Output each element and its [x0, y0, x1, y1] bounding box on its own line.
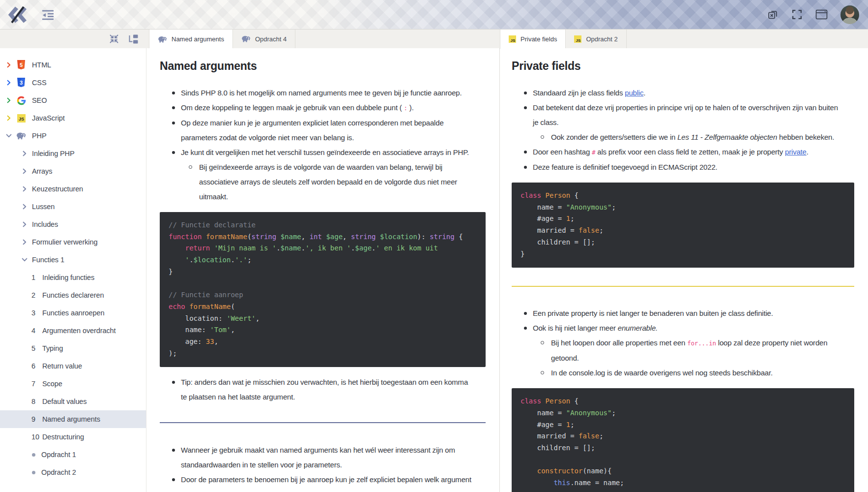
outdent-panel-icon[interactable]	[41, 9, 55, 20]
tab-opdracht-2[interactable]: JSOpdracht 2	[566, 30, 626, 48]
item-number: 3	[31, 309, 39, 317]
list-item: Standaard zijn je class fields public.	[512, 86, 868, 100]
php-icon	[241, 35, 251, 42]
right-content-pane: Private fields Standaard zijn je class f…	[500, 48, 868, 492]
emphasized-text: enumerable.	[618, 324, 658, 332]
divider-yellow	[512, 286, 854, 287]
bullet-icon	[172, 122, 175, 124]
sidebar-item-typing[interactable]: 5Typing	[0, 339, 146, 357]
bullet-icon	[172, 478, 175, 481]
right-pane-tabs: JSPrivate fieldsJSOpdracht 2	[500, 30, 627, 49]
list-item-text: Wanneer je gebruik maakt van named argum…	[181, 446, 455, 469]
sidebar-item-label: Destructuring	[42, 433, 84, 441]
sidebar-item-label: Argumenten overdracht	[42, 327, 116, 335]
left-pane-content: Sinds PHP 8.0 is het mogelijk om named a…	[160, 86, 499, 487]
bullet-list: Standaard zijn je class fields public.Da…	[512, 86, 868, 175]
sidebar-item-opdracht-2[interactable]: Opdracht 2	[0, 463, 146, 481]
sidebar-item-label: Default values	[42, 398, 87, 405]
popout-close-icon[interactable]	[767, 9, 779, 20]
sidebar-item-inleiding-functies[interactable]: 1Inleiding functies	[0, 269, 146, 286]
tab-named-arguments[interactable]: Named arguments	[149, 30, 233, 49]
php-icon	[16, 132, 26, 140]
js-icon: JS	[16, 114, 26, 123]
sidebar-item-functies-1[interactable]: Functies 1	[0, 251, 146, 269]
sidebar-item-inleiding-php[interactable]: Inleiding PHP	[0, 145, 146, 162]
text-link[interactable]: public	[625, 89, 643, 97]
tab-label: Opdracht 2	[586, 35, 617, 43]
item-number: 8	[31, 398, 39, 405]
svg-text:JS: JS	[511, 38, 516, 43]
sidebar-item-javascript[interactable]: JSJavaScript	[0, 109, 146, 127]
window-icon[interactable]	[815, 9, 828, 20]
list-item-text: Bij geïndexeerde arrays is de volgorde v…	[199, 163, 457, 201]
css-icon: 3	[16, 78, 26, 88]
inline-code: :	[404, 104, 407, 112]
sidebar-item-functies-aanroepen[interactable]: 3Functies aanroepen	[0, 304, 146, 322]
svg-text:JS: JS	[576, 38, 581, 43]
tab-private-fields[interactable]: JSPrivate fields	[500, 30, 566, 49]
chevron-right-icon	[22, 168, 28, 174]
list-item: Deze feature is definitief toegevoegd in…	[512, 160, 868, 175]
list-item-text: Door een hashtag # als prefix voor een c…	[533, 148, 809, 156]
js-icon: JS	[509, 35, 516, 43]
app-logo-icon[interactable]	[7, 6, 29, 24]
divider-dark	[160, 422, 486, 423]
list-item: Je kunt dit vergelijken met het verschil…	[160, 145, 499, 160]
sidebar-item-label: Functies aanroepen	[42, 309, 104, 317]
tab-strip: Named argumentsOpdracht 4 JSPrivate fiel…	[0, 30, 868, 49]
text-link[interactable]: private	[785, 148, 807, 156]
chevron-right-icon	[22, 239, 28, 245]
sidebar-item-named-arguments[interactable]: 9Named arguments	[0, 410, 146, 428]
list-item-text: Om deze koppeling te leggen maak je gebr…	[181, 103, 414, 112]
php-icon	[158, 36, 167, 43]
sidebar-item-formulier-verwerking[interactable]: Formulier verwerking	[0, 233, 146, 251]
chevron-down-icon	[22, 257, 28, 263]
sidebar-item-keuzestructuren[interactable]: Keuzestructuren	[0, 180, 146, 198]
bullet-list: Tip: anders dan wat je misschien zou ver…	[160, 375, 499, 404]
strip-tools	[109, 30, 138, 48]
sidebar-item-includes[interactable]: Includes	[0, 215, 146, 233]
sidebar-item-destructuring[interactable]: 10Destructuring	[0, 428, 146, 446]
list-item-text: Deze feature is definitief toegevoegd in…	[533, 163, 718, 171]
sidebar-item-opdracht-1[interactable]: Opdracht 1	[0, 446, 146, 463]
list-item: Wanneer je gebruik maakt van named argum…	[160, 443, 499, 472]
collapse-all-icon[interactable]	[109, 34, 119, 44]
item-number: 7	[31, 380, 39, 388]
inline-code: #	[592, 149, 595, 156]
sidebar-item-lussen[interactable]: Lussen	[0, 198, 146, 215]
html-icon: 5	[16, 60, 26, 70]
sidebar-item-functies-declareren[interactable]: 2Functies declareren	[0, 286, 146, 304]
item-number: 1	[31, 274, 39, 281]
bullet-icon	[524, 166, 527, 169]
js-icon: JS	[574, 35, 581, 43]
bullet-icon	[524, 312, 527, 315]
item-number: 9	[31, 415, 39, 423]
sidebar-item-label: Scope	[42, 380, 62, 388]
sidebar-item-css[interactable]: 3CSS	[0, 74, 146, 92]
fullscreen-icon[interactable]	[791, 9, 803, 20]
list-item: In de console.log is de waarde overigens…	[512, 366, 868, 380]
sidebar-item-label: Inleiding functies	[42, 274, 94, 281]
sidebar-item-seo[interactable]: SEO	[0, 92, 146, 109]
sidebar-item-argumenten-overdracht[interactable]: 4Argumenten overdracht	[0, 322, 146, 339]
list-item: Op deze manier kun je je argumenten expl…	[160, 116, 499, 145]
sidebar-item-scope[interactable]: 7Scope	[0, 375, 146, 393]
svg-text:3: 3	[20, 80, 23, 86]
tab-opdracht-4[interactable]: Opdracht 4	[233, 30, 295, 48]
google-icon	[16, 96, 26, 105]
page-title: Private fields	[512, 59, 868, 73]
sidebar-item-return-value[interactable]: 6Return value	[0, 357, 146, 375]
sidebar-item-default-values[interactable]: 8Default values	[0, 393, 146, 410]
sidebar-item-label: JavaScript	[32, 114, 65, 122]
bullet-icon	[541, 371, 544, 374]
sidebar-item-arrays[interactable]: Arrays	[0, 162, 146, 180]
list-item: Bij het loopen door alle properties met …	[512, 336, 868, 366]
bullet-icon	[172, 381, 175, 384]
sidebar-item-html[interactable]: 5HTML	[0, 56, 146, 74]
sidebar-item-php[interactable]: PHP	[0, 127, 146, 145]
user-avatar[interactable]	[840, 5, 859, 24]
sidebar-item-label: SEO	[32, 96, 47, 104]
sidebar-item-label: Named arguments	[42, 415, 100, 423]
tree-view-icon[interactable]	[128, 34, 138, 44]
bullet-icon	[32, 453, 35, 457]
